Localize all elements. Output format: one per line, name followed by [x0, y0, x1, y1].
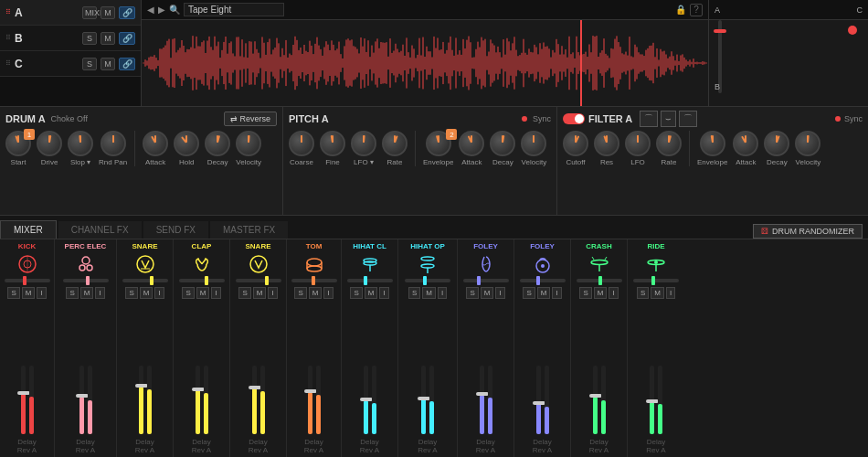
snare2-extra[interactable]: I — [268, 287, 277, 299]
transport-back[interactable]: ◀ — [147, 5, 154, 15]
snare1-extra[interactable]: I — [154, 287, 164, 299]
knob-attack[interactable]: Attack — [143, 131, 168, 166]
preset-search[interactable] — [184, 3, 284, 16]
knob-lfo-filter[interactable]: LFO — [625, 131, 651, 166]
knob-hold[interactable]: Hold — [174, 131, 199, 166]
knob-envelope-pitch[interactable]: 2 Envelope — [423, 131, 453, 166]
track-b-solo[interactable]: S — [82, 32, 97, 45]
knob-velocity[interactable]: Velocity — [236, 131, 261, 166]
knob-attack-pitch[interactable]: Attack — [459, 131, 484, 166]
perc-solo[interactable]: S — [66, 287, 78, 299]
track-b-dots: ⠿ — [5, 34, 11, 42]
tab-channel-fx[interactable]: CHANNEL FX — [58, 221, 142, 239]
filter-lp[interactable]: ⌒ — [640, 111, 658, 127]
tom-mute[interactable]: M — [309, 287, 323, 299]
mini-label-c: C — [857, 5, 863, 15]
mini-label-a: A — [715, 5, 720, 15]
tab-master-fx[interactable]: MASTER FX — [210, 221, 288, 239]
knob-rate-filter[interactable]: Rate — [656, 131, 682, 166]
knob-res[interactable]: Res — [594, 131, 619, 166]
filter-toggle[interactable] — [563, 113, 585, 124]
knob-envelope-filter[interactable]: Envelope — [697, 131, 727, 166]
waveform-canvas[interactable] — [142, 20, 708, 106]
foley1-rev: Rev A — [476, 446, 495, 454]
track-c[interactable]: ⠿ C S M 🔗 — [0, 51, 141, 77]
mini-label-b: B — [715, 82, 720, 91]
knob-velocity-filter[interactable]: Velocity — [795, 131, 820, 166]
hihatop-extra[interactable]: I — [438, 287, 447, 299]
snare1-solo[interactable]: S — [125, 287, 137, 299]
track-a-mute[interactable]: M — [101, 6, 115, 19]
knob-attack-filter[interactable]: Attack — [733, 131, 758, 166]
track-a-solo[interactable]: MIXER — [82, 6, 97, 19]
ride-solo[interactable]: S — [637, 287, 649, 299]
tab-send-fx[interactable]: SEND FX — [143, 221, 208, 239]
clap-solo[interactable]: S — [182, 287, 194, 299]
crash-extra[interactable]: I — [609, 287, 618, 299]
knob-decay-pitch[interactable]: Decay — [490, 131, 515, 166]
foley2-extra[interactable]: I — [552, 287, 561, 299]
channel-foley2: FOLEY S M I Delay Rev — [514, 239, 571, 457]
foley1-solo[interactable]: S — [466, 287, 478, 299]
track-c-link[interactable]: 🔗 — [119, 58, 135, 70]
drum-title: DRUM A — [5, 113, 46, 124]
knob-lfo-pitch[interactable]: LFO ▾ — [351, 131, 376, 166]
track-b-mute[interactable]: M — [101, 32, 115, 45]
track-b-link[interactable]: 🔗 — [119, 32, 135, 45]
hihatcl-solo[interactable]: S — [350, 287, 362, 299]
track-a[interactable]: ⠿ A MIXER M 🔗 — [0, 0, 141, 26]
knob-coarse[interactable]: Coarse — [289, 131, 314, 166]
track-a-link[interactable]: 🔗 — [119, 6, 135, 19]
knob-rate-pitch[interactable]: Rate — [382, 131, 408, 166]
crash-solo[interactable]: S — [579, 287, 591, 299]
knob-start[interactable]: 1 Start — [5, 131, 31, 166]
knob-velocity-pitch[interactable]: Velocity — [521, 131, 546, 166]
filter-hp[interactable]: ⌣ — [661, 111, 676, 127]
crash-mute[interactable]: M — [594, 287, 608, 299]
sync-label-pitch: Sync — [533, 114, 551, 123]
knob-cutoff[interactable]: Cutoff — [563, 131, 588, 166]
knob-decay[interactable]: Decay — [205, 131, 230, 166]
snare2-solo[interactable]: S — [238, 287, 250, 299]
snare1-mute[interactable]: M — [140, 287, 153, 299]
clap-mute[interactable]: M — [196, 287, 210, 299]
tom-extra[interactable]: I — [323, 287, 333, 299]
ride-extra[interactable]: I — [666, 287, 675, 299]
knob-drive[interactable]: Drive — [37, 131, 62, 166]
drum-randomizer-btn[interactable]: ⚄ DRUM RANDOMIZER — [753, 224, 863, 239]
tab-mixer[interactable]: MIXER — [0, 220, 57, 239]
foley2-mute[interactable]: M — [537, 287, 551, 299]
tom-solo[interactable]: S — [294, 287, 306, 299]
hihatcl-mute[interactable]: M — [365, 287, 378, 299]
kick-extra[interactable]: I — [37, 287, 46, 299]
perc-extra[interactable]: I — [95, 287, 104, 299]
kick-solo[interactable]: S — [7, 287, 19, 299]
knob-decay-filter[interactable]: Decay — [764, 131, 789, 166]
foley1-extra[interactable]: I — [495, 287, 504, 299]
transport-forward[interactable]: ▶ — [158, 5, 165, 15]
clap-extra[interactable]: I — [211, 287, 220, 299]
hihatcl-rev: Rev A — [360, 446, 379, 454]
channel-kick: KICK S M I Delay Rev — [0, 239, 55, 457]
knob-fine[interactable]: Fine — [320, 131, 345, 166]
perc-rev: Rev A — [76, 446, 95, 454]
foley2-solo[interactable]: S — [523, 287, 535, 299]
hihatop-mute[interactable]: M — [422, 287, 436, 299]
perc-mute[interactable]: M — [80, 287, 94, 299]
track-b[interactable]: ⠿ B S M 🔗 — [0, 26, 141, 51]
ride-mute[interactable]: M — [651, 287, 664, 299]
knob-rndpan[interactable]: Rnd Pan — [99, 131, 127, 166]
kick-mute[interactable]: M — [22, 287, 36, 299]
knob-slop[interactable]: Slop ▾ — [68, 131, 93, 166]
hihatcl-extra[interactable]: I — [379, 287, 388, 299]
snare2-mute[interactable]: M — [253, 287, 267, 299]
filter-bp[interactable]: ⌒ — [679, 111, 697, 127]
reverse-button[interactable]: ⇄ Reverse — [224, 112, 277, 126]
mini-dot-red — [848, 26, 857, 35]
svg-point-14 — [364, 261, 376, 265]
foley1-mute[interactable]: M — [481, 287, 494, 299]
track-c-mute[interactable]: M — [101, 58, 115, 70]
track-c-solo[interactable]: S — [82, 58, 97, 70]
hihatop-solo[interactable]: S — [408, 287, 420, 299]
svg-point-16 — [421, 257, 434, 260]
